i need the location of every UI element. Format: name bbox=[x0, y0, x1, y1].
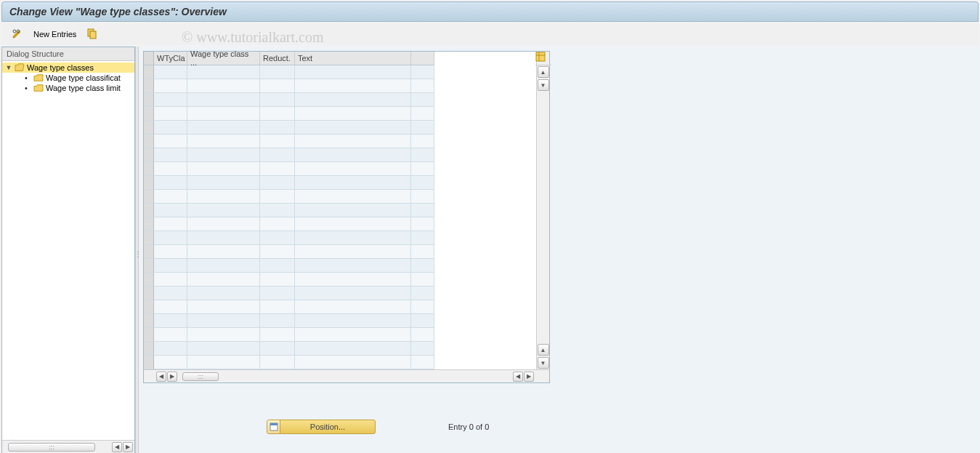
cell-extra[interactable] bbox=[411, 190, 434, 204]
cell-text[interactable] bbox=[295, 286, 411, 300]
configure-columns-button[interactable] bbox=[535, 52, 551, 65]
cell-text[interactable] bbox=[295, 65, 411, 79]
cell-reduct[interactable] bbox=[260, 259, 295, 273]
cell-reduct[interactable] bbox=[260, 300, 295, 314]
table-row[interactable] bbox=[144, 190, 536, 204]
cell-extra[interactable] bbox=[411, 300, 434, 314]
row-selector[interactable] bbox=[144, 190, 154, 204]
cell-wage-type-class[interactable] bbox=[187, 217, 260, 231]
cell-wtycla[interactable] bbox=[154, 314, 187, 328]
cell-reduct[interactable] bbox=[260, 176, 295, 190]
cell-extra[interactable] bbox=[411, 176, 434, 190]
cell-extra[interactable] bbox=[411, 273, 434, 286]
cell-wage-type-class[interactable] bbox=[187, 176, 260, 190]
cell-wage-type-class[interactable] bbox=[187, 314, 260, 328]
cell-text[interactable] bbox=[295, 231, 411, 245]
position-button[interactable]: Position... bbox=[267, 420, 376, 434]
row-selector[interactable] bbox=[144, 217, 154, 231]
cell-extra[interactable] bbox=[411, 79, 434, 93]
splitter-handle[interactable] bbox=[135, 47, 139, 453]
cell-wtycla[interactable] bbox=[154, 176, 187, 190]
row-selector[interactable] bbox=[144, 65, 154, 79]
cell-text[interactable] bbox=[295, 148, 411, 162]
scroll-right-button[interactable]: ▶ bbox=[123, 442, 133, 452]
row-selector[interactable] bbox=[144, 93, 154, 107]
cell-text[interactable] bbox=[295, 356, 411, 369]
row-selector[interactable] bbox=[144, 135, 154, 148]
cell-reduct[interactable] bbox=[260, 342, 295, 356]
table-row[interactable] bbox=[144, 148, 536, 162]
row-selector[interactable] bbox=[144, 204, 154, 217]
table-row[interactable] bbox=[144, 121, 536, 135]
scroll-up-button[interactable]: ▲ bbox=[538, 66, 549, 78]
cell-reduct[interactable] bbox=[260, 121, 295, 135]
cell-wage-type-class[interactable] bbox=[187, 204, 260, 217]
cell-wtycla[interactable] bbox=[154, 107, 187, 121]
cell-wage-type-class[interactable] bbox=[187, 162, 260, 176]
cell-reduct[interactable] bbox=[260, 245, 295, 259]
cell-extra[interactable] bbox=[411, 65, 434, 79]
cell-wage-type-class[interactable] bbox=[187, 135, 260, 148]
row-selector[interactable] bbox=[144, 273, 154, 286]
cell-text[interactable] bbox=[295, 314, 411, 328]
cell-wage-type-class[interactable] bbox=[187, 190, 260, 204]
cell-wage-type-class[interactable] bbox=[187, 93, 260, 107]
cell-extra[interactable] bbox=[411, 135, 434, 148]
cell-reduct[interactable] bbox=[260, 93, 295, 107]
cell-text[interactable] bbox=[295, 217, 411, 231]
row-selector[interactable] bbox=[144, 121, 154, 135]
tree-node-wage-type-class-limit[interactable]: • Wage type class limit bbox=[2, 83, 134, 93]
scroll-up-button-bottom[interactable]: ▲ bbox=[538, 344, 549, 356]
cell-wage-type-class[interactable] bbox=[187, 356, 260, 369]
row-selector[interactable] bbox=[144, 162, 154, 176]
table-row[interactable] bbox=[144, 273, 536, 286]
cell-wage-type-class[interactable] bbox=[187, 342, 260, 356]
cell-text[interactable] bbox=[295, 273, 411, 286]
table-row[interactable] bbox=[144, 328, 536, 342]
cell-text[interactable] bbox=[295, 107, 411, 121]
cell-wtycla[interactable] bbox=[154, 286, 187, 300]
row-selector[interactable] bbox=[144, 300, 154, 314]
hscroll-step-right-button[interactable]: ▶ bbox=[167, 372, 177, 382]
cell-text[interactable] bbox=[295, 342, 411, 356]
row-selector[interactable] bbox=[144, 342, 154, 356]
cell-wage-type-class[interactable] bbox=[187, 107, 260, 121]
cell-wtycla[interactable] bbox=[154, 356, 187, 369]
col-header-text[interactable]: Text bbox=[295, 52, 411, 65]
cell-text[interactable] bbox=[295, 176, 411, 190]
cell-wtycla[interactable] bbox=[154, 121, 187, 135]
tree-node-wage-type-classes[interactable]: ▼ Wage type classes bbox=[2, 63, 134, 73]
cell-wtycla[interactable] bbox=[154, 93, 187, 107]
cell-reduct[interactable] bbox=[260, 356, 295, 369]
cell-extra[interactable] bbox=[411, 231, 434, 245]
table-row[interactable] bbox=[144, 356, 536, 369]
cell-extra[interactable] bbox=[411, 286, 434, 300]
table-row[interactable] bbox=[144, 79, 536, 93]
cell-wage-type-class[interactable] bbox=[187, 231, 260, 245]
cell-wtycla[interactable] bbox=[154, 342, 187, 356]
cell-wtycla[interactable] bbox=[154, 65, 187, 79]
cell-text[interactable] bbox=[295, 300, 411, 314]
hscroll-thumb[interactable]: ::: bbox=[8, 443, 95, 452]
vertical-scrollbar[interactable]: ▲ ▼ ▲ ▼ bbox=[536, 52, 549, 369]
hscroll-left-button[interactable]: ◀ bbox=[156, 372, 166, 382]
cell-wtycla[interactable] bbox=[154, 148, 187, 162]
scroll-down-button[interactable]: ▼ bbox=[538, 79, 549, 91]
select-all-cell[interactable] bbox=[144, 52, 154, 65]
cell-extra[interactable] bbox=[411, 356, 434, 369]
cell-wtycla[interactable] bbox=[154, 300, 187, 314]
table-row[interactable] bbox=[144, 245, 536, 259]
cell-text[interactable] bbox=[295, 135, 411, 148]
cell-text[interactable] bbox=[295, 204, 411, 217]
copy-button[interactable] bbox=[84, 26, 101, 42]
row-selector[interactable] bbox=[144, 245, 154, 259]
scroll-down-button-bottom[interactable]: ▼ bbox=[538, 357, 549, 369]
cell-wtycla[interactable] bbox=[154, 245, 187, 259]
cell-wtycla[interactable] bbox=[154, 273, 187, 286]
cell-extra[interactable] bbox=[411, 162, 434, 176]
table-row[interactable] bbox=[144, 217, 536, 231]
table-row[interactable] bbox=[144, 162, 536, 176]
cell-reduct[interactable] bbox=[260, 190, 295, 204]
cell-reduct[interactable] bbox=[260, 107, 295, 121]
cell-extra[interactable] bbox=[411, 314, 434, 328]
